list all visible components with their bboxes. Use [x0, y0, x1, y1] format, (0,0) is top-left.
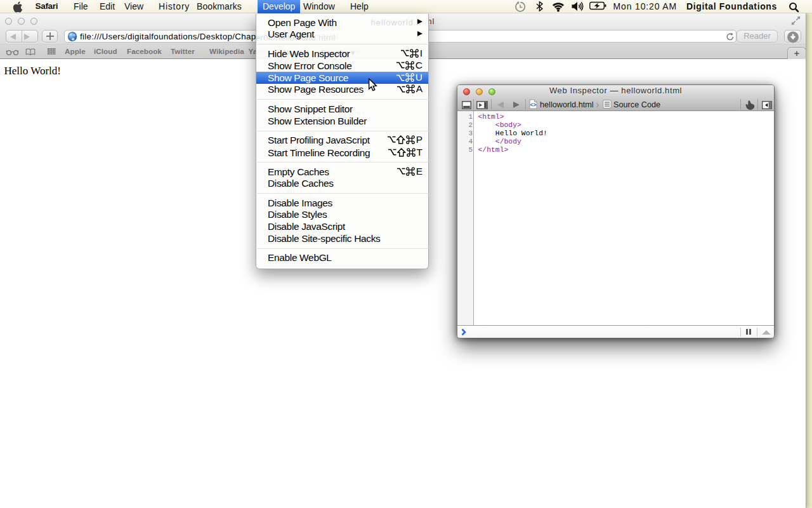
svg-text:<>: <> [530, 102, 537, 108]
